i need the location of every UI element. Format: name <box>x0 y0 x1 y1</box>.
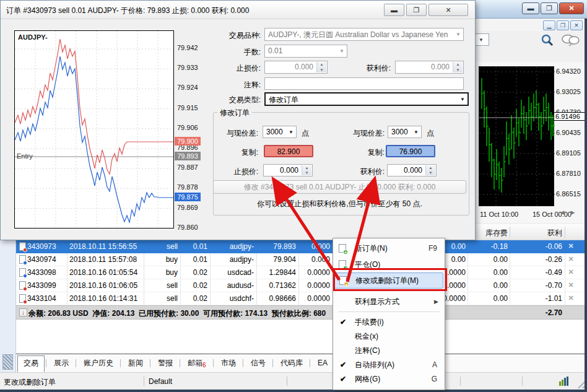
table-row[interactable]: 34331042018.10.16 01:14:31sell0.02usdchf… <box>16 292 587 305</box>
table-row[interactable]: 34330982018.10.16 01:05:54buy0.02usdcad-… <box>16 266 587 279</box>
ask-price-badge: 79.900 <box>175 137 201 146</box>
child-restore-icon[interactable]: ❐ <box>557 20 569 30</box>
window-edge <box>585 19 587 392</box>
time-axis-label: 11 Oct 10:00 <box>480 211 518 218</box>
close-order-icon[interactable]: ✕ <box>566 294 576 302</box>
cell-swap: 0.00 <box>471 255 508 264</box>
modify-sl-field[interactable]: 0.000 ▲▼ <box>263 164 313 176</box>
takeprofit-field[interactable]: 0.000 ▲▼ <box>395 61 464 74</box>
stoploss-field[interactable]: 0.000 ▲▼ <box>264 61 328 74</box>
tab-代码库[interactable]: 代码库 <box>275 356 308 371</box>
tab-展示[interactable]: 展示 <box>48 356 74 371</box>
price-tick: 6.94320 <box>556 68 587 75</box>
close-order-icon[interactable]: ✕ <box>566 242 576 250</box>
menu-item-税金x[interactable]: 税金(x) <box>334 329 443 343</box>
menu-item-注释C[interactable]: 注释(C) <box>334 343 443 357</box>
context-menu: +新订单(N)F9✓平仓(O)●修改或删除订单(M)获利显示方式▶✔手续费(i)… <box>333 238 445 390</box>
scroll-right-icon[interactable]: ▶ <box>568 209 577 216</box>
dialog-close-icon[interactable]: ✕ <box>428 4 468 16</box>
minimize-icon[interactable]: ▬ <box>522 2 539 14</box>
menu-item-新订单N[interactable]: +新订单(N)F9 <box>334 240 443 256</box>
stoploss-spinner[interactable]: ▲▼ <box>316 62 326 72</box>
tab-separator <box>310 359 310 367</box>
dialog-maximize-icon[interactable]: ❐ <box>406 4 427 16</box>
column-header-swap[interactable]: 库存费 <box>471 228 508 238</box>
modify-order-button[interactable]: 修改 #3430973 sell 0.01 AUDJPY- 止损: 0.000 … <box>213 180 466 194</box>
child-close-icon[interactable]: ✕ <box>570 20 583 30</box>
menu-shortcut: G <box>432 375 437 383</box>
scroll-left-icon[interactable]: ◀ <box>558 209 567 216</box>
tab-警报[interactable]: 警报 <box>152 356 178 371</box>
cell-symbol: audusd- <box>211 281 254 290</box>
level-select-right[interactable]: 3000▼ <box>388 126 422 138</box>
dialog-minimize-icon[interactable]: ▬ <box>384 4 404 16</box>
status-text: 更改或删除订单 <box>4 377 56 388</box>
search-icon[interactable] <box>541 33 554 47</box>
menu-item-网格G[interactable]: ✔网格(G)G <box>334 372 443 386</box>
copy-sell-price-button[interactable]: 82.900 <box>264 145 313 157</box>
account-summary-text: 余额: 206.83 USD 净值: 204.13 已用预付款: 30.00 可… <box>28 308 326 319</box>
tab-separator <box>76 359 76 367</box>
cell-type: buy <box>147 268 178 277</box>
price-tick: 79.933 <box>177 64 198 71</box>
tab-separator <box>272 359 273 367</box>
column-header-profit[interactable]: 获利 <box>519 228 562 238</box>
close-order-icon[interactable]: ✕ <box>566 268 576 276</box>
tab-交易[interactable]: 交易 <box>17 355 45 372</box>
order-type-icon <box>19 294 26 303</box>
balance-icon: ↓ <box>19 308 27 316</box>
panel-grip-icon[interactable] <box>2 354 13 370</box>
close-order-icon[interactable]: ✕ <box>566 281 576 289</box>
cell-profit: -0.70 <box>519 281 562 290</box>
connection-status-icon <box>559 377 570 386</box>
price-tick: 6.90435 <box>556 129 587 136</box>
close-order-icon[interactable]: ✕ <box>566 255 576 263</box>
tab-账户历史[interactable]: 账户历史 <box>78 356 119 371</box>
level-select-left[interactable]: 3000▼ <box>263 126 297 138</box>
buy-dot-icon <box>23 274 27 278</box>
tab-新闻[interactable]: 新闻 <box>123 356 149 371</box>
symbol-select[interactable]: AUDJPY-, 澳元日圆 Australian Dollar vs Japan… <box>264 28 464 41</box>
close-icon[interactable]: ✕ <box>559 2 584 14</box>
menu-item-label: 手续费(i) <box>355 316 384 327</box>
chat-icon[interactable] <box>561 34 580 46</box>
market-chart-panel[interactable]: 6.943206.930256.917306.904356.891056.878… <box>476 62 587 223</box>
menu-item-获利显示方式[interactable]: 获利显示方式▶ <box>334 294 443 310</box>
tab-邮箱[interactable]: 邮箱6 <box>182 356 212 371</box>
trade-type-select[interactable]: 修改订单▼ <box>264 92 469 106</box>
status-profile[interactable]: Default <box>149 377 172 386</box>
tab-市场[interactable]: 市场 <box>215 356 241 371</box>
menu-item-手续费i[interactable]: ✔手续费(i) <box>334 315 443 329</box>
tab-separator <box>150 359 150 367</box>
modify-group-title: 修改订单 <box>217 108 252 118</box>
child-minimize-icon[interactable]: ▁ <box>543 20 555 30</box>
tab-信号[interactable]: 信号 <box>245 356 271 371</box>
modify-tp-field[interactable]: 0.000 ▲▼ <box>387 164 437 176</box>
takeprofit-spinner[interactable]: ▲▼ <box>453 62 463 72</box>
modify-tp-spinner[interactable]: ▲▼ <box>425 165 435 175</box>
terminal-tabs: 交易展示账户历史新闻警报邮箱6市场信号代码库EA日志 <box>16 354 587 372</box>
tick-chart-price-scale: 79.94279.93379.92479.91579.90679.89679.8… <box>175 30 201 230</box>
modify-sl-spinner[interactable]: ▲▼ <box>302 165 311 175</box>
market-chart[interactable] <box>479 66 554 206</box>
table-row[interactable]: 34309732018.10.11 15:56:55sell0.01audjpy… <box>16 240 587 253</box>
copy-buy-price-button[interactable]: 76.900 <box>386 145 435 157</box>
cell-price: 79.893 <box>256 242 296 251</box>
maximize-icon[interactable]: ❐ <box>541 2 558 14</box>
cell-type: buy <box>147 255 178 264</box>
table-row[interactable]: 34330992018.10.16 01:06:05sell0.02audusd… <box>16 279 587 292</box>
tab-EA[interactable]: EA <box>312 356 333 371</box>
symbol-label: 交易品种: <box>211 30 261 41</box>
volume-select[interactable]: 0.01▼ <box>264 45 347 58</box>
cell-time: 2018.10.16 01:14:31 <box>69 294 142 303</box>
buy-dot-icon <box>23 261 27 265</box>
menu-item-自动排列A[interactable]: ✔自动排列(A)A <box>334 357 443 372</box>
cell-price: 0.98666 <box>256 294 296 303</box>
comment-input[interactable] <box>264 77 464 90</box>
price-tick: 6.87810 <box>556 170 587 177</box>
cell-lots: 0.02 <box>183 294 207 303</box>
check-icon: ✔ <box>340 360 346 369</box>
table-row[interactable]: 34309742018.10.11 15:57:08buy0.01audjpy-… <box>16 253 587 266</box>
order-type-icon <box>19 242 26 251</box>
cell-sl: 0.000 <box>298 242 330 251</box>
